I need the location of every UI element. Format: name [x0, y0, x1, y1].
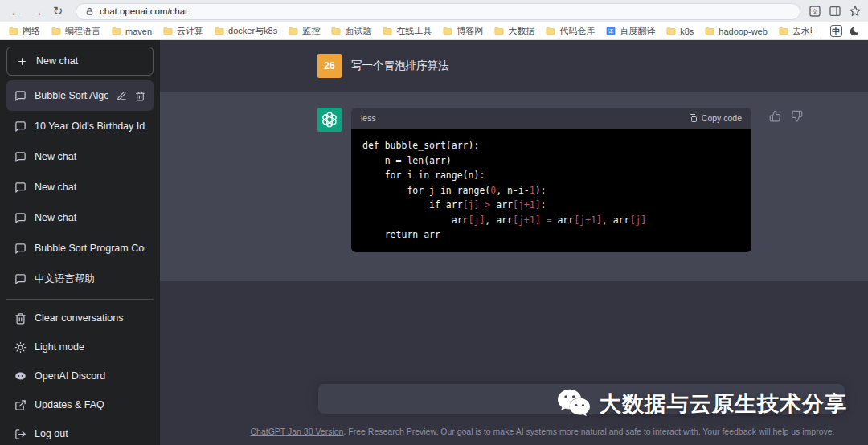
side-panel-icon[interactable] — [829, 5, 841, 18]
bookmark-label: docker与k8s — [228, 25, 277, 37]
translate-page-icon[interactable]: 文 — [809, 5, 821, 18]
screen: ← → ↻ chat.openai.com/chat 文 网络编程语言maven… — [0, 0, 868, 445]
chat-title: New chat — [35, 212, 145, 223]
chat-history-list: Bubble Sort Algorith10 Year Old's Birthd… — [6, 80, 154, 294]
folder-icon — [545, 26, 556, 36]
bookmark-item[interactable]: docker与k8s — [214, 25, 277, 37]
sidebar-chat-item[interactable]: New chat — [6, 172, 154, 202]
copy-code-button[interactable]: Copy code — [688, 113, 742, 123]
bookmark-item[interactable]: hadoop-web — [704, 26, 768, 36]
chat-title: 中文语言帮助 — [35, 272, 145, 286]
bookmark-item[interactable]: 编程语言 — [51, 25, 100, 37]
folder-icon — [778, 26, 789, 36]
bookmark-item[interactable]: 博客网 — [442, 25, 483, 37]
svg-text:文: 文 — [812, 8, 817, 15]
user-message-row: 26 写一个冒泡排序算法 — [160, 40, 868, 91]
bookmark-label: 编程语言 — [65, 25, 100, 37]
folder-icon — [8, 26, 19, 36]
bookmark-item[interactable]: 译百度翻译 — [605, 25, 655, 37]
code-block: less Copy code def bubble_sort(arr): n =… — [351, 108, 751, 252]
trash-icon[interactable] — [135, 91, 145, 101]
chat-bubble-icon — [14, 212, 27, 224]
code-line: for j in range(0, n-i-1): — [362, 183, 740, 198]
sidebar-menu-openai-discord[interactable]: OpenAI Discord — [6, 361, 154, 390]
sidebar-divider — [6, 299, 154, 300]
chatgpt-app: New chat Bubble Sort Algorith10 Year Old… — [0, 40, 868, 445]
chat-title: Bubble Sort Program Code — [35, 243, 145, 254]
sidebar-chat-item[interactable]: Bubble Sort Program Code — [6, 233, 154, 263]
chat-title: 10 Year Old's Birthday Ideas — [35, 120, 145, 132]
folder-icon — [111, 26, 122, 36]
bookmark-label: 在线工具 — [396, 25, 432, 37]
bookmark-label: 大数据 — [508, 25, 534, 37]
bookmarks-bar: 网络编程语言maven云计算docker与k8s监控面试题在线工具博客网大数据代… — [0, 22, 868, 40]
forward-button[interactable]: → — [27, 2, 47, 21]
back-button[interactable]: ← — [6, 2, 26, 21]
sidebar-chat-item[interactable]: 中文语言帮助 — [6, 263, 154, 294]
bookmark-item[interactable]: 网络 — [8, 25, 40, 37]
bookmark-label: 博客网 — [457, 25, 483, 37]
folder-icon — [214, 26, 225, 36]
menu-label: OpenAI Discord — [35, 370, 145, 382]
code-header: less Copy code — [351, 108, 751, 129]
bookmark-item[interactable]: maven — [111, 26, 152, 36]
assistant-avatar — [317, 108, 342, 132]
bookmark-item[interactable]: 去水印项目 — [778, 25, 812, 37]
bookmark-item[interactable]: 在线工具 — [382, 25, 432, 37]
plus-icon — [17, 56, 27, 67]
lock-icon — [85, 7, 94, 16]
bookmark-label: 面试题 — [345, 25, 371, 37]
folder-icon — [493, 26, 505, 36]
folder-icon — [382, 26, 393, 36]
bookmark-label: maven — [125, 27, 152, 36]
reload-button[interactable]: ↻ — [48, 2, 68, 21]
copy-icon — [688, 113, 698, 123]
code-line: arr[j], arr[j+1] = arr[j+1], arr[j] — [362, 213, 740, 228]
sidebar-menu-clear-conversations[interactable]: Clear conversations — [6, 304, 154, 333]
edit-icon[interactable] — [117, 91, 127, 101]
code-line: def bubble_sort(arr): — [362, 138, 740, 153]
address-bar[interactable]: chat.openai.com/chat — [76, 3, 800, 20]
bookmarks-separator — [821, 26, 821, 37]
chat-bubble-icon — [14, 182, 27, 194]
browser-toolbar: ← → ↻ chat.openai.com/chat 文 — [0, 0, 868, 22]
new-chat-label: New chat — [36, 55, 78, 67]
bookmark-item[interactable]: 代码仓库 — [545, 25, 595, 37]
logout-icon — [14, 428, 27, 440]
bookmark-item[interactable]: 面试题 — [330, 25, 371, 37]
bookmark-label: 百度翻译 — [620, 25, 655, 37]
sidebar-menu-log-out[interactable]: Log out — [6, 419, 154, 445]
code-line: return arr — [362, 227, 740, 243]
bookmark-label: k8s — [680, 27, 694, 36]
new-chat-button[interactable]: New chat — [6, 47, 154, 76]
bookmark-label: 去水印项目 — [792, 25, 812, 37]
sidebar-menu-updates-faq[interactable]: Updates & FAQ — [6, 390, 154, 419]
bookmark-item[interactable]: 监控 — [288, 25, 320, 37]
sidebar-menu-light-mode[interactable]: Light mode — [6, 333, 154, 361]
sidebar-chat-item[interactable]: Bubble Sort Algorith — [6, 80, 154, 111]
sidebar-chat-item[interactable]: New chat — [6, 141, 154, 172]
folder-icon — [665, 26, 677, 36]
bookmark-item[interactable]: 大数据 — [493, 25, 534, 37]
folder-icon — [288, 26, 299, 36]
openai-logo-icon — [321, 111, 338, 129]
chat-title: Bubble Sort Algorith — [35, 90, 108, 101]
chat-title: New chat — [35, 151, 145, 162]
bookmark-star-icon[interactable] — [849, 5, 862, 18]
version-link[interactable]: ChatGPT Jan 30 Version — [250, 427, 343, 436]
code-language-label: less — [361, 113, 376, 123]
watermark-text: 大数据与云原生技术分享 — [600, 390, 847, 418]
sidebar-chat-item[interactable]: New chat — [6, 202, 154, 233]
bookmark-label: 代码仓库 — [559, 25, 595, 37]
chat-bubble-icon — [14, 120, 27, 133]
translate-extension-icon[interactable]: 中 — [830, 25, 842, 37]
external-link-icon — [14, 399, 27, 411]
thumb-up-icon[interactable] — [769, 110, 781, 122]
baidu-translate-icon: 译 — [605, 26, 616, 36]
thumb-down-icon[interactable] — [791, 110, 803, 122]
bookmark-item[interactable]: k8s — [665, 26, 694, 36]
bookmark-item[interactable]: 云计算 — [162, 25, 203, 37]
moon-icon[interactable] — [849, 26, 860, 37]
sidebar-chat-item[interactable]: 10 Year Old's Birthday Ideas — [6, 111, 154, 141]
toolbar-extensions: 文 — [809, 5, 862, 18]
